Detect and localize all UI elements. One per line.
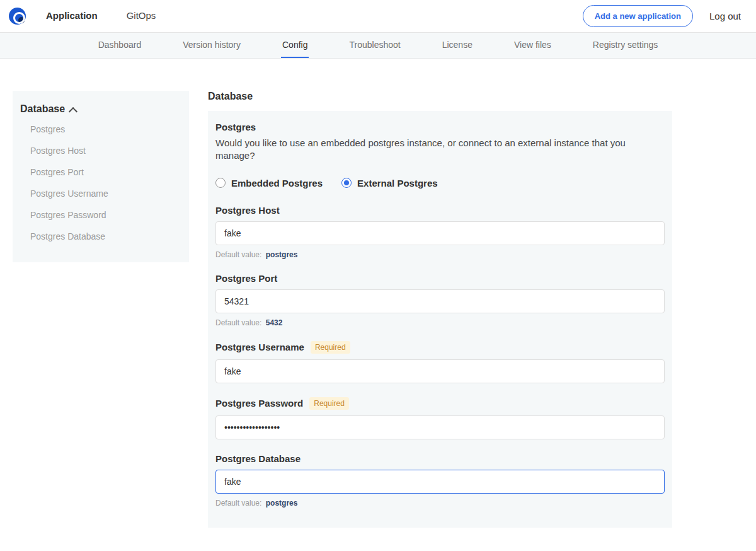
config-group-panel: Postgres Would you like to use an embedd… <box>208 111 672 528</box>
sidebar-group-label: Database <box>20 103 65 115</box>
field-label-row: Postgres UsernameRequired <box>215 341 665 354</box>
radio-embedded-postgres[interactable]: Embedded Postgres <box>215 178 323 188</box>
subnav-tab-license[interactable]: License <box>441 33 474 58</box>
logout-link[interactable]: Log out <box>709 11 741 21</box>
default-value-line: Default value: postgres <box>215 250 665 259</box>
sidebar-item-postgres-password[interactable]: Postgres Password <box>13 204 189 226</box>
sidebar-item-postgres-username[interactable]: Postgres Username <box>13 183 189 204</box>
radio-unselected-icon[interactable] <box>215 178 226 188</box>
app-subnav: DashboardVersion historyConfigTroublesho… <box>0 33 756 59</box>
field-label: Postgres Username <box>215 342 304 352</box>
config-main: Database Postgres Would you like to use … <box>208 91 672 551</box>
default-value: postgres <box>266 250 298 259</box>
postgres-port-input[interactable] <box>215 289 665 313</box>
config-sidebar: Database PostgresPostgres HostPostgres P… <box>13 91 189 262</box>
sidebar-item-postgres[interactable]: Postgres <box>13 119 189 140</box>
postgres-radio-group: Embedded PostgresExternal Postgres <box>215 178 665 188</box>
radio-label: Embedded Postgres <box>231 178 323 188</box>
sidebar-item-postgres-port[interactable]: Postgres Port <box>13 161 189 183</box>
field-label-row: Postgres PasswordRequired <box>215 397 665 410</box>
app-logo[interactable] <box>9 8 26 25</box>
radio-external-postgres[interactable]: External Postgres <box>341 178 438 188</box>
subnav-tab-troubleshoot[interactable]: Troubleshoot <box>348 33 401 58</box>
field-label: Postgres Port <box>215 273 277 284</box>
group-help-text: Would you like to use an embedded postgr… <box>215 137 665 163</box>
default-value: 5432 <box>266 318 283 327</box>
group-title: Postgres <box>215 122 665 132</box>
top-header: ApplicationGitOps Add a new application … <box>0 0 756 33</box>
subnav-tab-version-history[interactable]: Version history <box>181 33 242 58</box>
subnav-tab-registry-settings[interactable]: Registry settings <box>592 33 659 58</box>
postgres-username-input[interactable] <box>215 359 665 383</box>
default-value-line: Default value: postgres <box>215 499 665 508</box>
field-label-row: Postgres Database <box>215 453 665 464</box>
add-application-button[interactable]: Add a new application <box>583 5 693 27</box>
header-actions: Add a new application Log out <box>583 5 741 27</box>
field-label: Postgres Database <box>215 453 301 464</box>
subnav-tab-config[interactable]: Config <box>281 33 309 58</box>
radio-label: External Postgres <box>357 178 438 188</box>
postgres-password-input[interactable] <box>215 415 665 439</box>
field-label: Postgres Password <box>215 398 303 409</box>
top-tab-application[interactable]: Application <box>43 0 100 32</box>
sidebar-item-postgres-host[interactable]: Postgres Host <box>13 140 189 161</box>
postgres-database-input[interactable] <box>215 470 665 494</box>
field-label: Postgres Host <box>215 205 280 216</box>
field-postgres-username: Postgres UsernameRequired <box>215 341 665 383</box>
sidebar-group-database[interactable]: Database <box>13 103 189 119</box>
chevron-up-icon <box>70 107 77 114</box>
field-postgres-password: Postgres PasswordRequired <box>215 397 665 439</box>
default-value: postgres <box>266 499 298 508</box>
required-badge: Required <box>309 397 349 410</box>
subnav-tab-dashboard[interactable]: Dashboard <box>97 33 143 58</box>
sidebar-item-list: PostgresPostgres HostPostgres PortPostgr… <box>13 119 189 247</box>
default-value-line: Default value: 5432 <box>215 318 665 327</box>
required-badge: Required <box>311 341 350 354</box>
field-label-row: Postgres Host <box>215 205 665 216</box>
radio-selected-icon[interactable] <box>341 178 352 188</box>
field-postgres-port: Postgres PortDefault value: 5432 <box>215 273 665 327</box>
sidebar-item-postgres-database[interactable]: Postgres Database <box>13 226 189 247</box>
content-area: Database PostgresPostgres HostPostgres P… <box>0 59 756 551</box>
field-postgres-host: Postgres HostDefault value: postgres <box>215 205 665 259</box>
subnav-tab-view-files[interactable]: View files <box>513 33 553 58</box>
config-fields: Postgres HostDefault value: postgresPost… <box>215 205 665 508</box>
top-tabs: ApplicationGitOps <box>43 0 182 32</box>
section-title: Database <box>208 91 672 102</box>
field-postgres-database: Postgres DatabaseDefault value: postgres <box>215 453 665 508</box>
top-tab-gitops[interactable]: GitOps <box>124 0 159 32</box>
postgres-host-input[interactable] <box>215 221 665 245</box>
field-label-row: Postgres Port <box>215 273 665 284</box>
